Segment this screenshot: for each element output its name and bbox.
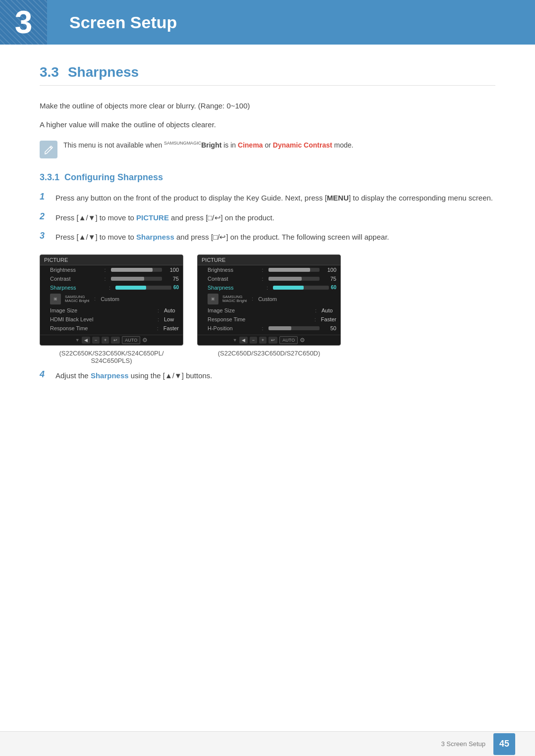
sharpness-fill-r	[273, 286, 304, 290]
monitor-row-samsung-right: ▣ SAMSUNG MAGIC Bright : Custom	[198, 292, 340, 306]
contrast-label-r: Contrast	[208, 276, 259, 282]
chapter-title: Screen Setup	[69, 13, 177, 32]
hdmi-label: HDMI Black Level	[50, 316, 155, 322]
footer-section-label: 3 Screen Setup	[441, 740, 485, 748]
imagesize-label: Image Size	[50, 307, 155, 313]
monitor-row-sharpness-left: Sharpness : 60	[40, 283, 183, 292]
monitor-screen-right: PICTURE Brightness : 100 Contrast :	[197, 254, 341, 346]
step-text-3: Press [▲/▼] to move to Sharpness and pre…	[55, 231, 389, 244]
auto-btn-left: AUTO	[122, 336, 140, 344]
plus-btn-right: +	[259, 337, 267, 344]
screenshots-row: PICTURE Brightness : 100 Contrast :	[40, 254, 495, 364]
sharpness-value-r: 60	[331, 285, 336, 290]
brightness-label: Brightness	[50, 267, 101, 273]
hpos-label-r: H-Position	[208, 325, 259, 331]
response-label-r: Response Time	[208, 316, 312, 322]
step4-list: 4 Adjust the Sharpness using the [▲/▼] b…	[40, 369, 495, 382]
chapter-title-area: Screen Setup	[69, 13, 177, 32]
note-icon	[40, 141, 57, 158]
section-heading: 3.3 Sharpness	[40, 64, 495, 86]
step-num-3: 3	[40, 231, 49, 241]
caption-right: (S22C650D/S23C650D/S27C650D)	[218, 350, 321, 357]
brightness-fill-r	[268, 268, 311, 272]
contrast-value-r: 75	[321, 276, 336, 282]
caption-left: (S22C650K/S23C650K/S24C650PL/S24C650PLS)	[59, 350, 163, 364]
monitor-row-imagesize-left: Image Size : Auto	[40, 306, 183, 315]
monitor-row-response-left: Response Time : Faster	[40, 324, 183, 333]
subsection-number: 3.3.1	[40, 172, 59, 182]
monitor-row-hpos-right: H-Position : 50	[198, 324, 340, 333]
subsection-title: Configuring Sharpness	[64, 172, 163, 182]
imagesize-value: Auto	[164, 307, 179, 313]
contrast-label: Contrast	[50, 276, 101, 282]
enter-btn-right: ↩	[268, 337, 277, 344]
monitor-row-brightness-left: Brightness : 100	[40, 265, 183, 274]
brightness-value: 100	[164, 267, 179, 273]
sharpness-bar	[115, 286, 171, 290]
settings-icon-left: ⚙	[142, 337, 148, 344]
page-footer: 3 Screen Setup 45	[0, 731, 535, 756]
sharpness-bar-r	[273, 286, 329, 290]
hpos-bar-r	[268, 326, 320, 330]
step-text-4: Adjust the Sharpness using the [▲/▼] but…	[55, 369, 213, 382]
monitor-header-left: PICTURE	[40, 255, 183, 265]
step-2: 2 Press [▲/▼] to move to PICTURE and pre…	[40, 211, 495, 224]
monitor-footer-left: ▼ ◀ − + ↩ AUTO ⚙	[40, 335, 183, 345]
back-btn-left: ◀	[82, 337, 90, 344]
brightness-fill	[111, 268, 153, 272]
pencil-icon	[43, 144, 54, 155]
monitor-header-right: PICTURE	[198, 255, 340, 265]
section-title: Sharpness	[68, 64, 139, 80]
monitor-row-sharpness-right: Sharpness : 60	[198, 283, 340, 292]
monitor-row-contrast-left: Contrast : 75	[40, 274, 183, 283]
note-box: This menu is not available when SAMSUNGM…	[40, 140, 495, 158]
step-1: 1 Press any button on the front of the p…	[40, 192, 495, 204]
response-value: Faster	[163, 325, 179, 331]
monitor-row-hdmi-left: HDMI Black Level : Low	[40, 315, 183, 324]
sharpness-label-r: Sharpness	[208, 285, 264, 291]
monitor-row-contrast-right: Contrast : 75	[198, 274, 340, 283]
steps-list: 1 Press any button on the front of the p…	[40, 192, 495, 244]
minus-btn-left: −	[92, 337, 100, 344]
note-text: This menu is not available when SAMSUNGM…	[63, 140, 353, 151]
subsection-heading: 3.3.1 Configuring Sharpness	[40, 172, 495, 183]
samsung-icon-right: ▣	[208, 294, 218, 304]
contrast-bar	[111, 277, 162, 281]
plus-btn-left: +	[102, 337, 109, 344]
intro-text-2: A higher value will make the outline of …	[40, 118, 495, 131]
imagesize-value-r: Auto	[321, 307, 336, 313]
monitor-footer-right: ▼ ◀ − + ↩ AUTO ⚙	[198, 335, 340, 345]
brightness-bar	[111, 268, 162, 272]
contrast-value: 75	[164, 276, 179, 282]
screenshot-left-container: PICTURE Brightness : 100 Contrast :	[40, 254, 183, 364]
step-4: 4 Adjust the Sharpness using the [▲/▼] b…	[40, 369, 495, 382]
intro-text-1: Make the outline of objects more clear o…	[40, 100, 495, 112]
step-num-4: 4	[40, 369, 49, 380]
monitor-screen-left: PICTURE Brightness : 100 Contrast :	[40, 254, 183, 346]
enter-btn-left: ↩	[111, 337, 120, 344]
response-value-r: Faster	[321, 316, 336, 322]
chapter-number-box: 3	[0, 0, 47, 45]
response-label: Response Time	[50, 325, 154, 331]
brightness-value-r: 100	[321, 267, 336, 273]
sharpness-value: 60	[173, 285, 179, 290]
step-num-2: 2	[40, 211, 49, 222]
hpos-fill-r	[268, 326, 292, 330]
brightness-label-r: Brightness	[208, 267, 259, 273]
auto-btn-right: AUTO	[279, 336, 298, 344]
screenshot-right-container: PICTURE Brightness : 100 Contrast :	[197, 254, 341, 357]
page-header: 3 Screen Setup	[0, 0, 535, 45]
hdmi-value: Low	[164, 316, 179, 322]
main-content: 3.3 Sharpness Make the outline of object…	[0, 45, 535, 438]
back-btn-right: ◀	[239, 337, 248, 344]
monitor-row-brightness-right: Brightness : 100	[198, 265, 340, 274]
step-text-1: Press any button on the front of the pro…	[55, 192, 493, 204]
contrast-fill-r	[268, 277, 302, 281]
contrast-bar-r	[268, 277, 320, 281]
settings-icon-right: ⚙	[300, 337, 305, 344]
step-text-2: Press [▲/▼] to move to PICTURE and press…	[55, 211, 274, 224]
imagesize-label-r: Image Size	[208, 307, 312, 313]
samsung-icon-left: ▣	[50, 294, 61, 304]
section-number: 3.3	[40, 64, 59, 80]
down-arrow-icon: ▼	[75, 338, 80, 343]
